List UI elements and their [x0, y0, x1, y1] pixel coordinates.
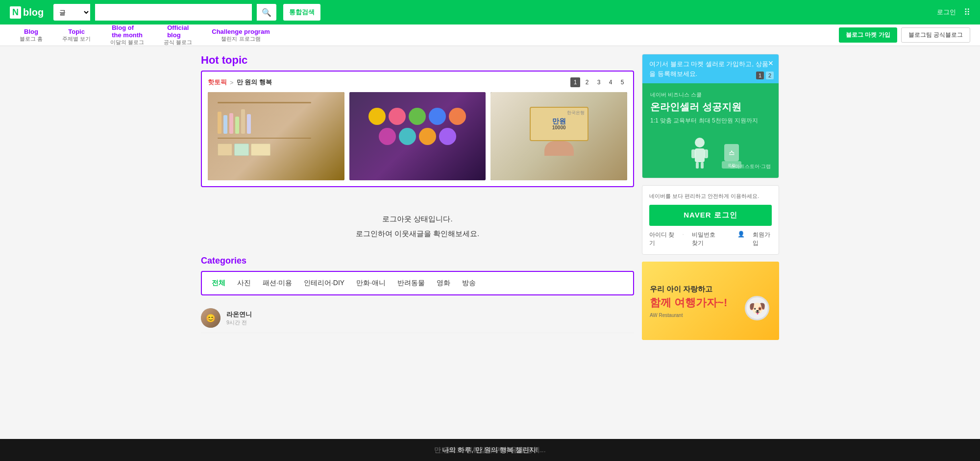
post-cards: 만 원으로 다이소 털이 하고 왔어... — [208, 92, 627, 180]
sidebar-login-label: 네이버를 보다 편리하고 안전하게 이용하세요. — [649, 193, 772, 200]
svg-rect-2 — [691, 149, 695, 158]
ad-small-label: 네이버 비즈니스 스쿨 — [650, 91, 771, 98]
search-input[interactable] — [95, 4, 252, 21]
sidebar: 여기서 블로그 마켓 셀러로 가입하고, 상품을 등록해보세요. ✕ 1 2 네… — [642, 54, 779, 347]
ad-deco-label: 스마트스토어·그랩 — [730, 163, 771, 170]
category-anime[interactable]: 만화·애니 — [356, 279, 386, 288]
svg-rect-4 — [696, 162, 699, 169]
breadcrumb-arrow: > — [230, 79, 234, 86]
tooltip-page-2[interactable]: 2 — [766, 72, 774, 79]
category-movie[interactable]: 영화 — [437, 279, 450, 288]
signup-icon: 👤 — [737, 231, 745, 247]
user-post-info: 라온연니 9시간 전 — [226, 310, 634, 326]
page-5[interactable]: 5 — [617, 77, 627, 87]
sidebar-links: 아이디 찾기 · 비밀번호 찾기 👤 회원가입 — [649, 231, 772, 247]
main-content: Hot topic 핫토픽 > 만 원의 행복 1 2 3 4 5 — [201, 54, 634, 347]
tooltip-close-button[interactable]: ✕ — [768, 58, 774, 69]
category-broadcast[interactable]: 방송 — [462, 279, 476, 288]
banner-sub: AW Restaurant — [650, 313, 683, 318]
ad-desc: 1:1 맞춤 교육부터 최대 5천만원 지원까지 — [650, 116, 771, 125]
sidebar-tooltip: 여기서 블로그 마켓 셀러로 가입하고, 상품을 등록해보세요. ✕ 1 2 — [642, 54, 779, 83]
nav-blog-home[interactable]: Blog 블로그 홈 — [10, 25, 52, 46]
topic-pagination: 1 2 3 4 5 — [570, 77, 627, 87]
post-card-1[interactable]: 만 원으로 다이소 털이 하고 왔어... — [208, 92, 344, 180]
category-interior[interactable]: 인테리어·DIY — [304, 279, 344, 288]
categories-box: 전체 사진 패션·미용 인테리어·DIY 만화·애니 반려동물 영화 방송 — [201, 271, 634, 295]
search-button[interactable]: 🔍 — [257, 4, 276, 21]
grid-icon[interactable]: ⠿ — [964, 7, 970, 18]
ad-content: 네이버 비즈니스 스쿨 온라인셀러 성공지원 1:1 맞춤 교육부터 최대 5천… — [642, 83, 779, 178]
search-icon: 🔍 — [262, 8, 271, 17]
find-password-link[interactable]: 비밀번호 찾기 — [692, 231, 722, 247]
breadcrumb-current: 만 원의 행복 — [237, 78, 272, 87]
svg-text:스: 스 — [729, 149, 735, 156]
nav-blog-of-month[interactable]: Blog ofthe month 이달의 블로그 — [100, 21, 154, 49]
svg-rect-3 — [704, 149, 708, 158]
nav-challenge[interactable]: Challenge program 챌린지 프로그램 — [202, 25, 279, 46]
sidebar-ad-box: 여기서 블로그 마켓 셀러로 가입하고, 상품을 등록해보세요. ✕ 1 2 네… — [642, 54, 779, 178]
ad-deco: 스 로컬 스마트스토어·그랩 — [650, 131, 771, 170]
post-card-3[interactable]: 만원 10000 한국은행 나의 하루, 만 원의 행복 챌린지! — [490, 92, 627, 180]
category-all[interactable]: 전체 — [212, 279, 225, 288]
nav-items: Blog 블로그 홈 Topic 주제별 보기 Blog ofthe month… — [10, 21, 839, 49]
naver-login-button[interactable]: NAVER 로그인 — [649, 205, 772, 226]
category-fashion[interactable]: 패션·미용 — [263, 279, 292, 288]
main-wrapper: Hot topic 핫토픽 > 만 원의 행복 1 2 3 4 5 — [196, 46, 784, 355]
hot-topic-breadcrumb-hot[interactable]: 핫토픽 — [208, 78, 227, 87]
nav-official-blog[interactable]: Officialblog 공식 블로그 — [154, 21, 202, 49]
header-right: 로그인 ⠿ — [937, 7, 970, 18]
page-4[interactable]: 4 — [606, 77, 615, 87]
tooltip-pagination: 1 2 — [756, 72, 774, 79]
sidebar-login-section: 네이버를 보다 편리하고 안전하게 이용하세요. NAVER 로그인 아이디 찾… — [642, 185, 779, 255]
signup-link[interactable]: 회원가입 — [753, 231, 772, 247]
search-type-dropdown[interactable]: 글 사진 블로그 — [53, 4, 90, 21]
official-blog-button[interactable]: 블로그팀 공식블로그 — [901, 27, 970, 43]
post-card-img-3: 만원 10000 한국은행 — [490, 92, 627, 180]
svg-rect-5 — [701, 162, 704, 169]
page-1[interactable]: 1 — [570, 77, 580, 87]
nav-right-buttons: 블로그 마켓 가입 블로그팀 공식블로그 — [839, 27, 970, 43]
banner-text: 우리 아이 자랑하고 함께 여행가자~! — [650, 284, 727, 311]
logout-message: 로그아웃 상태입니다. 로그인하여 이웃새글을 확인해보세요. — [201, 197, 634, 256]
post-card-img-2 — [349, 92, 486, 180]
hot-topic-breadcrumb: 핫토픽 > 만 원의 행복 — [208, 78, 272, 87]
categories-label: Categories — [201, 256, 634, 266]
page-3[interactable]: 3 — [594, 77, 604, 87]
logo-blog: blog — [23, 7, 44, 18]
market-join-button[interactable]: 블로그 마켓 가입 — [839, 27, 897, 43]
user-time: 9시간 전 — [226, 319, 634, 326]
hot-topic-label: Hot topic — [201, 54, 634, 67]
tooltip-text: 여기서 블로그 마켓 셀러로 가입하고, 상품을 등록해보세요. — [649, 60, 768, 77]
hot-topic-box: 핫토픽 > 만 원의 행복 1 2 3 4 5 — [201, 71, 634, 187]
nav-topic-view[interactable]: Topic 주제별 보기 — [52, 25, 100, 46]
find-id-link[interactable]: 아이디 찾기 — [649, 231, 674, 247]
svg-point-0 — [695, 138, 705, 147]
integrated-search-button[interactable]: 통합검색 — [283, 4, 320, 21]
nav-bar: Blog 블로그 홈 Topic 주제별 보기 Blog ofthe month… — [0, 24, 980, 46]
user-avatar: 😊 — [201, 308, 220, 328]
user-post-item: 😊 라온연니 9시간 전 — [201, 303, 634, 333]
user-name[interactable]: 라온연니 — [226, 310, 634, 319]
page-2[interactable]: 2 — [582, 77, 592, 87]
hot-topic-header: 핫토픽 > 만 원의 행복 1 2 3 4 5 — [208, 77, 627, 87]
logo-area: N blog — [10, 6, 44, 19]
category-photo[interactable]: 사진 — [237, 279, 251, 288]
logo-n[interactable]: N — [10, 6, 21, 19]
post-card-img-1 — [208, 92, 344, 180]
sidebar-banner[interactable]: 우리 아이 자랑하고 함께 여행가자~! AW Restaurant 🐶 — [642, 262, 779, 340]
tooltip-page-1[interactable]: 1 — [756, 72, 764, 79]
post-card-2[interactable]: 만 원으로 성취감과 귀여 움을 동시... — [349, 92, 486, 180]
category-pets[interactable]: 반려동물 — [397, 279, 425, 288]
svg-rect-1 — [695, 148, 705, 162]
login-button[interactable]: 로그인 — [937, 8, 956, 17]
ad-big-title: 온라인셀러 성공지원 — [650, 100, 771, 113]
